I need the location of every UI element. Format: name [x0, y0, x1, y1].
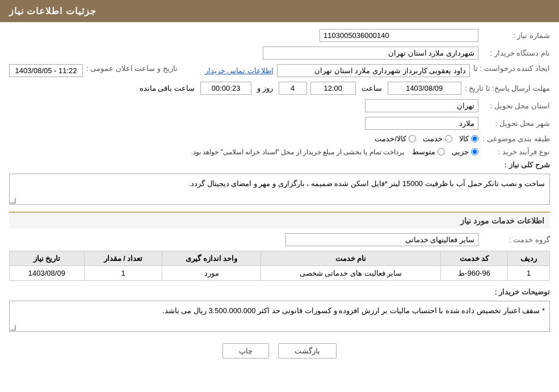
- radio-khedmat[interactable]: [445, 135, 452, 142]
- shomara-value: 1103005036000140: [320, 29, 478, 42]
- radio-jozvi[interactable]: [471, 148, 478, 155]
- remaining-label: ساعت باقی مانده: [140, 84, 195, 92]
- resize-handle-notes[interactable]: [10, 325, 16, 331]
- services-table: ردیف کد خدمت نام خدمت واحد اندازه گیری ت…: [9, 251, 550, 281]
- motovaset-text: متوسط: [412, 147, 435, 156]
- naam-dastgah-value: شهرداری ملارد استان تهران: [263, 47, 478, 60]
- table-row: 1960-96-طسایر فعالیت های خدماتی شخصیمورد…: [10, 266, 550, 281]
- mohlat-label: مهلت ارسال پاسخ: تا تاریخ :: [465, 84, 550, 92]
- table-header-row: ردیف کد خدمت نام خدمت واحد اندازه گیری ت…: [10, 251, 550, 266]
- row-mohlat: مهلت ارسال پاسخ: تا تاریخ : 1403/08/09 س…: [9, 82, 550, 95]
- sharh-wrapper: ساخت و نصب تانکر حمل آب با ظرفیت 15000 ل…: [9, 174, 550, 205]
- mohlat-seconds: 00:00:23: [200, 82, 251, 95]
- page-header: جزئیات اطلاعات نیاز: [0, 0, 559, 22]
- radio-motovaset-label[interactable]: متوسط: [412, 147, 445, 156]
- etelaaat-tamas-link[interactable]: اطلاعات تماس خریدار: [205, 66, 274, 75]
- sharh-label: شرح کلی نیاز :: [482, 161, 550, 169]
- print-button[interactable]: چاپ: [222, 343, 269, 359]
- services-table-section: ردیف کد خدمت نام خدمت واحد اندازه گیری ت…: [9, 251, 550, 281]
- tarikh-ealan-value: 1403/08/05 - 11:22: [9, 64, 83, 77]
- mohlat-days: 4: [279, 82, 307, 95]
- notes-value: * سقف اعتبار تخصیص داده شده با احتساب ما…: [9, 301, 550, 332]
- row-shomara: شماره نیاز : 1103005036000140: [9, 29, 550, 42]
- saat-label: ساعت: [362, 84, 382, 92]
- farayand-desc: پرداخت تمام یا بخشی از مبلغ خریدار از مح…: [191, 148, 404, 156]
- shahr-value: ملارد: [365, 117, 478, 130]
- row-ostan: استان محل تحویل : تهران: [9, 99, 550, 112]
- ostan-value: تهران: [365, 99, 478, 112]
- tarikh-ealan-label: تاریخ و ساعت اعلان عمومی :: [86, 64, 178, 73]
- naam-dastgah-label: نام دستگاه خریدار :: [482, 49, 550, 57]
- radio-kala-label[interactable]: کالا: [459, 134, 478, 143]
- col-naam: نام خدمت: [261, 251, 441, 266]
- row-sharh-label: شرح کلی نیاز :: [9, 161, 550, 169]
- row-naam-dastgah: نام دستگاه خریدار : شهرداری ملارد استان …: [9, 47, 550, 60]
- radio-jozvi-label[interactable]: جزیی: [452, 147, 478, 156]
- farayand-label: نوع فرآیند خرید :: [482, 147, 550, 156]
- cell-radif: 1: [508, 266, 550, 281]
- shahr-label: شهر محل تحویل :: [482, 119, 550, 128]
- sharh-value: ساخت و نصب تانکر حمل آب با ظرفیت 15000 ل…: [9, 174, 550, 205]
- khedmat-text: خدمت: [423, 134, 443, 143]
- radio-kala-khedmat-label[interactable]: کالا/خدمت: [375, 134, 416, 143]
- jozvi-text: جزیی: [452, 147, 469, 156]
- col-tarikh: تاریخ نیاز: [10, 251, 85, 266]
- mohlat-time: 12:00: [310, 82, 356, 95]
- row-tabaqeh: طبقه بندی موضوعی : کالا/خدمت خدمت کالا: [9, 134, 550, 143]
- cell-tarikh: 1403/08/09: [10, 266, 85, 281]
- content-area: شماره نیاز : 1103005036000140 نام دستگاه…: [0, 22, 559, 374]
- back-button[interactable]: بازگشت: [278, 343, 337, 359]
- notes-label: توضیحات خریدار :: [482, 288, 550, 296]
- page-wrapper: جزئیات اطلاعات نیاز شماره نیاز : 1103005…: [0, 0, 559, 392]
- button-row: بازگشت چاپ: [9, 343, 550, 359]
- services-section-title: اطلاعات خدمات مورد نیاز: [9, 212, 550, 229]
- ijad-label: ایجاد کننده درخواست : تا: [473, 64, 550, 73]
- notes-wrapper: * سقف اعتبار تخصیص داده شده با احتساب ما…: [9, 301, 550, 332]
- row-farayand: نوع فرآیند خرید : متوسط جزیی پرداخت تمام…: [9, 147, 550, 156]
- tabaqeh-radio-group: کالا/خدمت خدمت کالا: [375, 134, 478, 143]
- col-radif: ردیف: [508, 251, 550, 266]
- ijad-value: داود یعقوبی کاربرداز شهرداری ملارد استان…: [277, 64, 470, 77]
- ostan-label: استان محل تحویل :: [482, 102, 550, 110]
- cell-vahed: مورد: [162, 266, 261, 281]
- shomara-label: شماره نیاز :: [482, 31, 550, 40]
- rooz-label: روز و: [257, 84, 273, 92]
- row-shahr: شهر محل تحویل : ملارد: [9, 117, 550, 130]
- radio-khedmat-label[interactable]: خدمت: [423, 134, 452, 143]
- tabaqeh-label: طبقه بندی موضوعی :: [482, 134, 550, 143]
- col-kod: کد خدمت: [440, 251, 507, 266]
- kala-khedmat-text: کالا/خدمت: [375, 134, 406, 143]
- resize-handle-sharh[interactable]: [10, 198, 16, 204]
- col-vahed: واحد اندازه گیری: [162, 251, 261, 266]
- radio-motovaset[interactable]: [438, 148, 445, 155]
- cell-naam: سایر فعالیت های خدماتی شخصی: [261, 266, 441, 281]
- col-tedad: تعداد / مقدار: [84, 251, 162, 266]
- farayand-radio-group: متوسط جزیی: [412, 147, 478, 156]
- row-notes-label: توضیحات خریدار :: [9, 285, 550, 296]
- kala-text: کالا: [459, 134, 469, 143]
- cell-kod: 960-96-ط: [440, 266, 507, 281]
- radio-kala[interactable]: [471, 135, 478, 142]
- radio-kala-khedmat[interactable]: [409, 135, 416, 142]
- row-gorohe: گروه خدمت : سایر فعالیتهای خدماتی: [9, 233, 550, 246]
- gorohe-label: گروه خدمت :: [482, 235, 550, 244]
- row-tarikh-ijad: ایجاد کننده درخواست : تا داود یعقوبی کار…: [9, 64, 550, 77]
- cell-tedad: 1: [84, 266, 162, 281]
- page-title: جزئیات اطلاعات نیاز: [9, 6, 96, 16]
- mohlat-date: 1403/08/09: [388, 82, 461, 95]
- gorohe-value: سایر فعالیتهای خدماتی: [285, 233, 478, 246]
